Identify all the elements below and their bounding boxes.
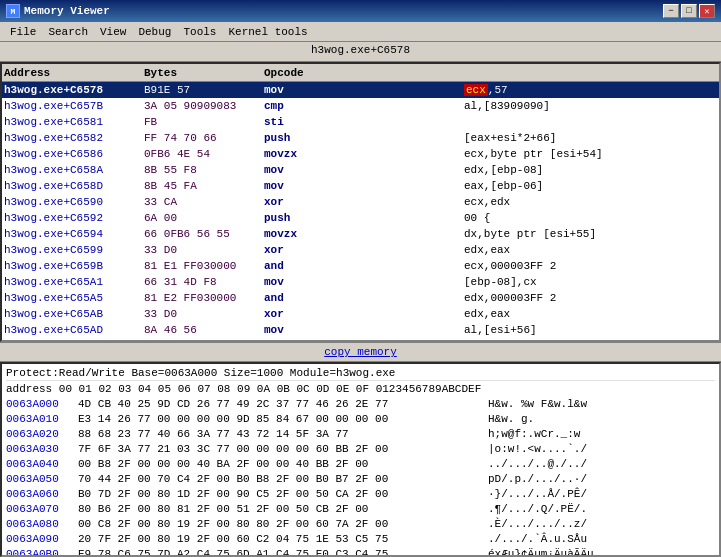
hex-row-bytes: 4D CB 40 25 9D CD 26 77 49 2C 37 77 46 2… xyxy=(78,398,488,410)
disasm-row[interactable]: h3wog.exe+C659B81 E1 FF030000andecx,0000… xyxy=(2,258,719,274)
disasm-row[interactable]: h3wog.exe+C657B3A 05 90909083cmpal,[8390… xyxy=(2,98,719,114)
hex-row-bytes: 00 C8 2F 00 80 19 2F 00 80 80 2F 00 60 7… xyxy=(78,518,488,530)
title-bar-left: M Memory Viewer xyxy=(6,4,110,18)
hex-row-addr: 0063A020 xyxy=(6,428,78,440)
disasm-addr: h3wog.exe+C65AB xyxy=(4,308,144,320)
disasm-bytes: 0FB6 4E 54 xyxy=(144,148,264,160)
disasm-row[interactable]: h3wog.exe+C65860FB6 4E 54movzxecx,byte p… xyxy=(2,146,719,162)
disasm-row[interactable]: h3wog.exe+C658A8B 55 F8movedx,[ebp-08] xyxy=(2,162,719,178)
disasm-args: [ebp-08],cx xyxy=(464,276,717,288)
disasm-addr: h3wog.exe+C6594 xyxy=(4,228,144,240)
disasm-row[interactable]: h3wog.exe+C65926A 00push00 { xyxy=(2,210,719,226)
disasm-opcode: push xyxy=(264,132,464,144)
hex-row[interactable]: 0063A0307F 6F 3A 77 21 03 3C 77 00 00 00… xyxy=(6,441,715,456)
disasm-opcode: xor xyxy=(264,308,464,320)
hex-row-addr: 0063A040 xyxy=(6,458,78,470)
disasm-addr: h3wog.exe+C6578 xyxy=(4,84,144,96)
disasm-bytes: 8B 55 F8 xyxy=(144,164,264,176)
disasm-row[interactable]: h3wog.exe+C659933 D0xoredx,eax xyxy=(2,242,719,258)
col-opcode: Opcode xyxy=(264,67,464,79)
hex-row[interactable]: 0063A060B0 7D 2F 00 80 1D 2F 00 90 C5 2F… xyxy=(6,486,715,501)
disasm-bytes: 8B 45 FA xyxy=(144,180,264,192)
disasm-pane: Address Bytes Opcode h3wog.exe+C6578B91E… xyxy=(0,62,721,342)
main-area: Address Bytes Opcode h3wog.exe+C6578B91E… xyxy=(0,62,721,557)
disasm-bytes: 6A 00 xyxy=(144,212,264,224)
hex-row-ascii: ../.../..@./../ xyxy=(488,458,587,470)
hex-row-ascii: h;w@f:.wCr._:w xyxy=(488,428,580,440)
hex-row-ascii: .È/.../.../..z/ xyxy=(488,518,587,530)
disasm-bytes: 3A 05 90909083 xyxy=(144,100,264,112)
disasm-opcode: xor xyxy=(264,244,464,256)
menu-debug[interactable]: Debug xyxy=(132,25,177,39)
hex-row[interactable]: 0063A05070 44 2F 00 70 C4 2F 00 B0 B8 2F… xyxy=(6,471,715,486)
disasm-addr: h3wog.exe+C658A xyxy=(4,164,144,176)
disasm-bytes: 33 D0 xyxy=(144,308,264,320)
hex-row-bytes: B0 7D 2F 00 80 1D 2F 00 90 C5 2F 00 50 C… xyxy=(78,488,488,500)
disasm-addr: h3wog.exe+C6581 xyxy=(4,116,144,128)
disasm-row[interactable]: h3wog.exe+C659033 CAxorecx,edx xyxy=(2,194,719,210)
hex-row[interactable]: 0063A04000 B8 2F 00 00 00 40 BA 2F 00 00… xyxy=(6,456,715,471)
col-bytes: Bytes xyxy=(144,67,264,79)
disasm-addr: h3wog.exe+C65AD xyxy=(4,324,144,336)
disasm-row[interactable]: h3wog.exe+C6581FBsti xyxy=(2,114,719,130)
disasm-row[interactable]: h3wog.exe+C65A166 31 4D F8mov[ebp-08],cx xyxy=(2,274,719,290)
disasm-args: ecx,edx xyxy=(464,196,717,208)
disasm-row[interactable]: h3wog.exe+C6582FF 74 70 66push[eax+esi*2… xyxy=(2,130,719,146)
hex-pane: Protect:Read/Write Base=0063A000 Size=10… xyxy=(0,362,721,557)
disasm-args: ecx,000003FF 2 xyxy=(464,260,717,272)
hex-row[interactable]: 0063A02088 68 23 77 40 66 3A 77 43 72 14… xyxy=(6,426,715,441)
menu-view[interactable]: View xyxy=(94,25,132,39)
disasm-row[interactable]: h3wog.exe+C65AD8A 46 56moval,[esi+56] xyxy=(2,322,719,338)
menu-file[interactable]: File xyxy=(4,25,42,39)
menu-kernel-tools[interactable]: Kernel tools xyxy=(222,25,313,39)
disasm-row[interactable]: h3wog.exe+C65A581 E2 FF030000andedx,0000… xyxy=(2,290,719,306)
disasm-row[interactable]: h3wog.exe+C6578B91E 57movecx,57 xyxy=(2,82,719,98)
disasm-bytes: B91E 57 xyxy=(144,84,264,96)
disasm-opcode: sti xyxy=(264,116,464,128)
hex-row-ascii: ·}/.../..Å/.PÊ/ xyxy=(488,488,587,500)
title-bar-buttons: − □ ✕ xyxy=(663,4,715,18)
hex-row-addr: 0063A010 xyxy=(6,413,78,425)
disasm-args: ecx,57 xyxy=(464,84,717,96)
hex-row[interactable]: 0063A08000 C8 2F 00 80 19 2F 00 80 80 2F… xyxy=(6,516,715,531)
disasm-bytes: 33 CA xyxy=(144,196,264,208)
disasm-args: edx,000003FF 2 xyxy=(464,292,717,304)
maximize-button[interactable]: □ xyxy=(681,4,697,18)
menu-bar: File Search View Debug Tools Kernel tool… xyxy=(0,22,721,42)
hex-row-addr: 0063A060 xyxy=(6,488,78,500)
disasm-addr: h3wog.exe+C6590 xyxy=(4,196,144,208)
hex-row-ascii: .¶/.../.Q/.PË/. xyxy=(488,503,587,515)
hex-row[interactable]: 0063A010E3 14 26 77 00 00 00 00 9D 85 84… xyxy=(6,411,715,426)
menu-search[interactable]: Search xyxy=(42,25,94,39)
copy-memory-link[interactable]: copy memory xyxy=(324,346,397,358)
hex-row[interactable]: 0063A07080 B6 2F 00 80 81 2F 00 51 2F 00… xyxy=(6,501,715,516)
disasm-bytes: FB xyxy=(144,116,264,128)
hex-row[interactable]: 0063A09020 7F 2F 00 80 19 2F 00 60 C2 04… xyxy=(6,531,715,546)
hex-row-ascii: éxÆu}¢Äum¡ÄuàÃÄu xyxy=(488,548,594,558)
disasm-args: al,[83909090] xyxy=(464,100,717,112)
disasm-opcode: mov xyxy=(264,276,464,288)
hex-rows-container: 0063A0004D CB 40 25 9D CD 26 77 49 2C 37… xyxy=(6,396,715,557)
disasm-row[interactable]: h3wog.exe+C658D8B 45 FAmoveax,[ebp-06] xyxy=(2,178,719,194)
app-icon: M xyxy=(6,4,20,18)
disasm-addr: h3wog.exe+C6592 xyxy=(4,212,144,224)
hex-row[interactable]: 0063A0004D CB 40 25 9D CD 26 77 49 2C 37… xyxy=(6,396,715,411)
disasm-opcode: mov xyxy=(264,180,464,192)
hex-row[interactable]: 0063A0B0E9 78 C6 75 7D A2 C4 75 6D A1 C4… xyxy=(6,546,715,557)
disasm-row[interactable]: h3wog.exe+C65AB33 D0xoredx,eax xyxy=(2,306,719,322)
disasm-bytes: 81 E2 FF030000 xyxy=(144,292,264,304)
hex-row-bytes: E3 14 26 77 00 00 00 00 9D 85 84 67 00 0… xyxy=(78,413,488,425)
disasm-addr: h3wog.exe+C658D xyxy=(4,180,144,192)
hex-row-addr: 0063A000 xyxy=(6,398,78,410)
disasm-row[interactable]: h3wog.exe+C659466 0FB6 56 55movzxdx,byte… xyxy=(2,226,719,242)
disasm-opcode: xor xyxy=(264,196,464,208)
close-button[interactable]: ✕ xyxy=(699,4,715,18)
hex-row-bytes: E9 78 C6 75 7D A2 C4 75 6D A1 C4 75 E0 C… xyxy=(78,548,488,558)
disasm-content: h3wog.exe+C6578B91E 57movecx,57h3wog.exe… xyxy=(2,82,719,338)
disasm-addr: h3wog.exe+C659B xyxy=(4,260,144,272)
minimize-button[interactable]: − xyxy=(663,4,679,18)
menu-tools[interactable]: Tools xyxy=(177,25,222,39)
disasm-bytes: 8A 46 56 xyxy=(144,324,264,336)
hex-row-ascii: H&w. g. xyxy=(488,413,534,425)
hex-row-ascii: H&w. %w F&w.l&w xyxy=(488,398,587,410)
